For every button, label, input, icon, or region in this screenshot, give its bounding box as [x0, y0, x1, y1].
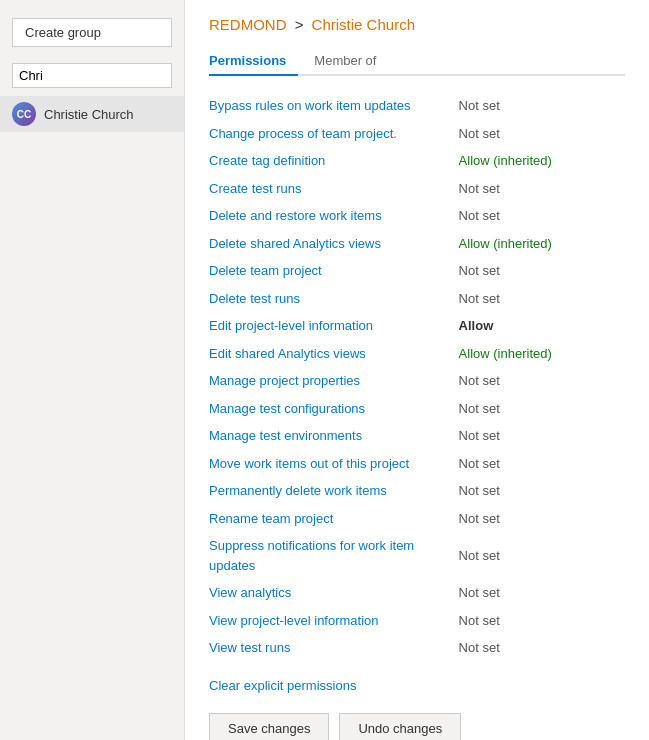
table-row: Delete shared Analytics viewsAllow (inhe… [209, 230, 625, 258]
table-row: View test runsNot set [209, 634, 625, 662]
permission-name[interactable]: Delete team project [209, 257, 459, 285]
sidebar-user-list: CC Christie Church [0, 96, 184, 132]
permission-value: Not set [459, 422, 625, 450]
permission-value: Not set [459, 395, 625, 423]
tab-bar: Permissions Member of [209, 47, 625, 76]
breadcrumb: REDMOND > Christie Church [209, 16, 625, 33]
search-input[interactable] [12, 63, 172, 88]
permissions-table: Bypass rules on work item updatesNot set… [209, 92, 625, 662]
permission-name[interactable]: Change process of team project. [209, 120, 459, 148]
tab-permissions[interactable]: Permissions [209, 47, 298, 76]
table-row: Permanently delete work itemsNot set [209, 477, 625, 505]
table-row: View project-level informationNot set [209, 607, 625, 635]
action-buttons: Save changes Undo changes [209, 713, 625, 741]
table-row: Bypass rules on work item updatesNot set [209, 92, 625, 120]
permission-name[interactable]: Permanently delete work items [209, 477, 459, 505]
table-row: Delete team projectNot set [209, 257, 625, 285]
table-row: Manage test environmentsNot set [209, 422, 625, 450]
permission-value: Not set [459, 450, 625, 478]
permission-value: Not set [459, 92, 625, 120]
main-content: REDMOND > Christie Church Permissions Me… [185, 0, 649, 740]
permission-value: Not set [459, 634, 625, 662]
sidebar-user-item[interactable]: CC Christie Church [0, 96, 184, 132]
permission-name[interactable]: Manage project properties [209, 367, 459, 395]
create-group-button[interactable]: Create group [12, 18, 172, 47]
permission-value: Not set [459, 367, 625, 395]
permission-value: Not set [459, 120, 625, 148]
permission-value: Allow (inherited) [459, 147, 625, 175]
table-row: Rename team projectNot set [209, 505, 625, 533]
table-row: Manage project propertiesNot set [209, 367, 625, 395]
permission-value: Not set [459, 532, 625, 579]
clear-permissions-link[interactable]: Clear explicit permissions [209, 678, 356, 693]
permission-value: Not set [459, 257, 625, 285]
permission-name[interactable]: View test runs [209, 634, 459, 662]
permission-name[interactable]: Rename team project [209, 505, 459, 533]
table-row: Change process of team project.Not set [209, 120, 625, 148]
permission-name[interactable]: View project-level information [209, 607, 459, 635]
permission-name[interactable]: Manage test environments [209, 422, 459, 450]
table-row: Delete test runsNot set [209, 285, 625, 313]
save-button[interactable]: Save changes [209, 713, 329, 741]
permission-name[interactable]: Create tag definition [209, 147, 459, 175]
permission-value: Not set [459, 477, 625, 505]
permission-value: Not set [459, 505, 625, 533]
permission-name[interactable]: Suppress notifications for work item upd… [209, 532, 459, 579]
permission-value: Not set [459, 175, 625, 203]
permission-value: Allow [459, 312, 625, 340]
sidebar: Create group CC Christie Church [0, 0, 185, 740]
permission-value: Not set [459, 202, 625, 230]
permission-name[interactable]: View analytics [209, 579, 459, 607]
permission-value: Not set [459, 285, 625, 313]
permission-name[interactable]: Manage test configurations [209, 395, 459, 423]
breadcrumb-user: Christie Church [312, 16, 415, 33]
permission-value: Allow (inherited) [459, 340, 625, 368]
permission-name[interactable]: Edit project-level information [209, 312, 459, 340]
permission-value: Not set [459, 607, 625, 635]
permission-name[interactable]: Bypass rules on work item updates [209, 92, 459, 120]
tab-member-of[interactable]: Member of [314, 47, 388, 76]
table-row: Move work items out of this projectNot s… [209, 450, 625, 478]
table-row: Delete and restore work itemsNot set [209, 202, 625, 230]
table-row: Create tag definitionAllow (inherited) [209, 147, 625, 175]
permission-name[interactable]: Create test runs [209, 175, 459, 203]
undo-button[interactable]: Undo changes [339, 713, 461, 741]
table-row: Edit project-level informationAllow [209, 312, 625, 340]
breadcrumb-org: REDMOND [209, 16, 287, 33]
permission-name[interactable]: Delete test runs [209, 285, 459, 313]
table-row: Create test runsNot set [209, 175, 625, 203]
permission-name[interactable]: Delete and restore work items [209, 202, 459, 230]
sidebar-user-name: Christie Church [44, 107, 134, 122]
avatar: CC [12, 102, 36, 126]
permission-value: Allow (inherited) [459, 230, 625, 258]
permission-name[interactable]: Move work items out of this project [209, 450, 459, 478]
breadcrumb-separator: > [295, 16, 304, 33]
permission-name[interactable]: Delete shared Analytics views [209, 230, 459, 258]
table-row: Manage test configurationsNot set [209, 395, 625, 423]
table-row: View analyticsNot set [209, 579, 625, 607]
table-row: Suppress notifications for work item upd… [209, 532, 625, 579]
permission-value: Not set [459, 579, 625, 607]
table-row: Edit shared Analytics viewsAllow (inheri… [209, 340, 625, 368]
permission-name[interactable]: Edit shared Analytics views [209, 340, 459, 368]
search-wrap [0, 59, 184, 96]
